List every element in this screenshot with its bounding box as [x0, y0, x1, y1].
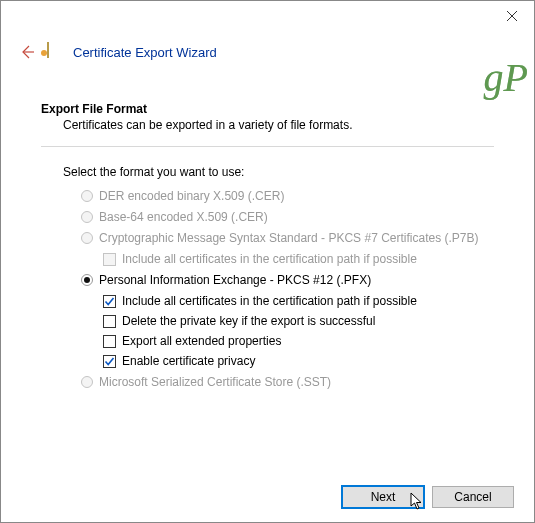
checkbox-icon: [103, 335, 116, 348]
checkbox-label: Include all certificates in the certific…: [122, 294, 417, 308]
close-button[interactable]: [489, 1, 534, 30]
checkbox-pkcs7-include-chain: Include all certificates in the certific…: [103, 252, 494, 266]
checkbox-icon: [103, 295, 116, 308]
radio-label: DER encoded binary X.509 (.CER): [99, 189, 284, 203]
cancel-button[interactable]: Cancel: [432, 486, 514, 508]
radio-sst: Microsoft Serialized Certificate Store (…: [81, 375, 494, 389]
format-prompt: Select the format you want to use:: [41, 165, 494, 179]
content-area: Export File Format Certificates can be e…: [1, 72, 534, 389]
footer-buttons: Next Cancel: [342, 486, 514, 508]
radio-label: Microsoft Serialized Certificate Store (…: [99, 375, 331, 389]
radio-base64: Base-64 encoded X.509 (.CER): [81, 210, 494, 224]
certificate-icon: [47, 43, 65, 61]
checkbox-pfx-delete-key[interactable]: Delete the private key if the export is …: [103, 314, 494, 328]
checkbox-pfx-cert-privacy[interactable]: Enable certificate privacy: [103, 354, 494, 368]
radio-icon: [81, 232, 93, 244]
checkbox-pfx-export-ext[interactable]: Export all extended properties: [103, 334, 494, 348]
radio-pfx[interactable]: Personal Information Exchange - PKCS #12…: [81, 273, 494, 287]
radio-icon: [81, 274, 93, 286]
radio-der: DER encoded binary X.509 (.CER): [81, 189, 494, 203]
radio-icon: [81, 376, 93, 388]
radio-label: Cryptographic Message Syntax Standard - …: [99, 231, 479, 245]
wizard-title: Certificate Export Wizard: [73, 45, 217, 60]
header-row: Certificate Export Wizard gP: [1, 32, 534, 72]
radio-icon: [81, 190, 93, 202]
back-button[interactable]: [17, 42, 37, 62]
checkbox-icon: [103, 253, 116, 266]
checkbox-icon: [103, 315, 116, 328]
radio-label: Base-64 encoded X.509 (.CER): [99, 210, 268, 224]
checkbox-label: Delete the private key if the export is …: [122, 314, 375, 328]
checkbox-pfx-include-chain[interactable]: Include all certificates in the certific…: [103, 294, 494, 308]
checkbox-label: Include all certificates in the certific…: [122, 252, 417, 266]
page-heading: Export File Format: [41, 102, 494, 116]
format-options: DER encoded binary X.509 (.CER) Base-64 …: [41, 189, 494, 389]
checkbox-icon: [103, 355, 116, 368]
radio-pkcs7: Cryptographic Message Syntax Standard - …: [81, 231, 494, 245]
next-button[interactable]: Next: [342, 486, 424, 508]
close-icon: [507, 11, 517, 21]
checkbox-label: Export all extended properties: [122, 334, 281, 348]
divider: [41, 146, 494, 147]
back-arrow-icon: [19, 44, 35, 60]
radio-icon: [81, 211, 93, 223]
checkbox-label: Enable certificate privacy: [122, 354, 255, 368]
radio-label: Personal Information Exchange - PKCS #12…: [99, 273, 371, 287]
page-subheading: Certificates can be exported in a variet…: [41, 116, 494, 132]
titlebar: [1, 1, 534, 32]
